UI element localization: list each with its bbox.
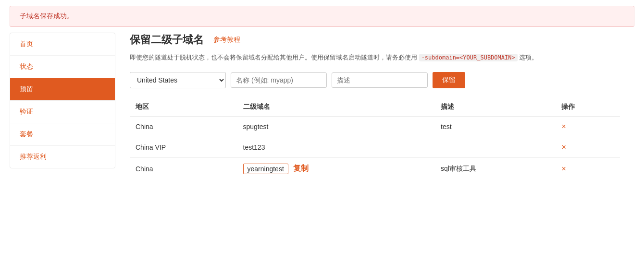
sidebar-item-home[interactable]: 首页	[10, 33, 115, 56]
sidebar-item-verify[interactable]: 验证	[10, 101, 115, 123]
sidebar-item-reserve[interactable]: 预留	[10, 78, 115, 101]
main-layout: 首页 状态 预留 验证 套餐 推荐返利 保留二级子域名 参考教程 即使您的隧道处…	[10, 33, 634, 180]
table-row: China VIP test123 ×	[130, 137, 620, 157]
row1-delete-button[interactable]: ×	[561, 122, 566, 131]
page-title: 保留二级子域名	[130, 33, 204, 47]
sidebar: 首页 状态 预留 验证 套餐 推荐返利	[10, 33, 115, 168]
row3-region: China	[130, 157, 237, 180]
row2-subdomain: test123	[237, 137, 435, 157]
col-subdomain: 二级域名	[237, 98, 435, 117]
subdomain-highlighted: yearningtest	[243, 164, 288, 174]
desc-text-2: 选项。	[519, 54, 538, 61]
row1-description: test	[435, 116, 556, 137]
save-button[interactable]: 保留	[433, 72, 465, 88]
sidebar-item-status[interactable]: 状态	[10, 56, 115, 78]
ref-tutorial-link[interactable]: 参考教程	[213, 36, 240, 44]
row2-delete-button[interactable]: ×	[561, 143, 566, 152]
content-header: 保留二级子域名 参考教程	[130, 33, 620, 47]
row3-action: ×	[556, 157, 620, 180]
row1-subdomain: spugtest	[237, 116, 435, 137]
row1-action: ×	[556, 116, 620, 137]
col-region: 地区	[130, 98, 237, 117]
sidebar-item-referral[interactable]: 推荐返利	[10, 146, 115, 168]
table-row: China spugtest test ×	[130, 116, 620, 137]
country-select[interactable]: United States China China VIP Japan Sing…	[130, 72, 226, 88]
col-action: 操作	[556, 98, 620, 117]
desc-text-1: 即使您的隧道处于脱机状态，也不会将保留域名分配给其他用户。使用保留域名启动隧道时…	[130, 54, 417, 61]
sidebar-item-plan[interactable]: 套餐	[10, 123, 115, 146]
content-area: 保留二级子域名 参考教程 即使您的隧道处于脱机状态，也不会将保留域名分配给其他用…	[115, 33, 634, 180]
table-row: China yearningtest 复制 sql审核工具 ×	[130, 157, 620, 180]
row3-delete-button[interactable]: ×	[561, 165, 566, 173]
row2-region: China VIP	[130, 137, 237, 157]
description-input[interactable]	[332, 72, 428, 88]
success-message: 子域名保存成功。	[20, 12, 74, 20]
row3-description: sql审核工具	[435, 157, 556, 180]
col-description: 描述	[435, 98, 556, 117]
row2-action: ×	[556, 137, 620, 157]
desc-code: -subdomain=<YOUR_SUBDOMAIN>	[419, 54, 518, 61]
row3-subdomain: yearningtest 复制	[237, 157, 435, 180]
form-row: United States China China VIP Japan Sing…	[130, 72, 620, 88]
row1-region: China	[130, 116, 237, 137]
row2-description	[435, 137, 556, 157]
subdomain-table: 地区 二级域名 描述 操作 China spugtest test ×	[130, 98, 620, 180]
success-banner: 子域名保存成功。	[10, 6, 634, 27]
subdomain-cell: yearningtest 复制	[243, 164, 430, 174]
copy-button[interactable]: 复制	[293, 164, 309, 174]
name-input[interactable]	[231, 72, 327, 88]
table-header-row: 地区 二级域名 描述 操作	[130, 98, 620, 117]
description: 即使您的隧道处于脱机状态，也不会将保留域名分配给其他用户。使用保留域名启动隧道时…	[130, 52, 620, 63]
